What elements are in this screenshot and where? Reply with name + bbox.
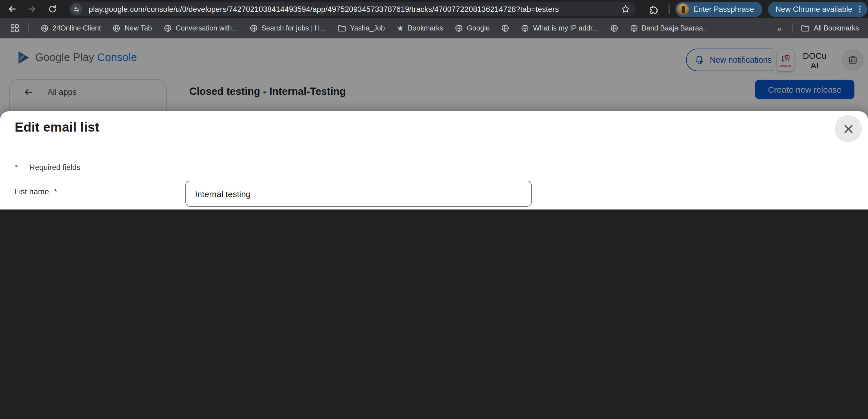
bookmarks-bar: 24Online Client New Tab Conversation wit… [0, 18, 868, 38]
profile-avatar [677, 3, 689, 15]
bookmark-unnamed-1[interactable] [501, 24, 509, 32]
back-button[interactable] [7, 4, 17, 14]
bookmark-google[interactable]: Google [455, 24, 490, 32]
edit-email-list-modal: Edit email list * — Required fields List… [0, 111, 868, 210]
bookmark-label: Conversation with... [176, 24, 238, 32]
bookmark-label: New Tab [125, 24, 152, 32]
bookmark-band-baaja[interactable]: Band Baaja Baaraa... [630, 24, 709, 32]
puzzle-icon [649, 4, 659, 14]
bookmark-bookmarks[interactable]: ★ Bookmarks [397, 24, 443, 32]
required-asterisk: * [54, 187, 57, 196]
browser-toolbar: play.google.com/console/u/0/developers/7… [0, 0, 868, 18]
globe-icon [501, 24, 509, 32]
globe-icon [630, 24, 638, 32]
bookmarks-right-cluster: » All Bookmarks [775, 23, 859, 33]
new-chrome-label: New Chrome available [776, 5, 852, 13]
globe-icon [521, 24, 529, 32]
globe-icon [455, 24, 463, 32]
bookmarks-divider [28, 23, 29, 33]
star-outline-icon [621, 4, 630, 13]
modal-title: Edit email list [15, 120, 99, 135]
apps-grid-icon [10, 24, 19, 33]
enter-passphrase-label: Enter Passphrase [693, 5, 754, 13]
extensions-button[interactable] [649, 4, 659, 14]
list-name-label: List name* [15, 187, 57, 196]
site-info-button[interactable] [71, 3, 83, 15]
back-arrow-icon [7, 4, 17, 13]
screen: play.google.com/console/u/0/developers/7… [0, 0, 868, 210]
forward-button[interactable] [27, 4, 37, 14]
url-text: play.google.com/console/u/0/developers/7… [89, 5, 620, 13]
close-button[interactable] [835, 115, 862, 142]
bookmark-24online-client[interactable]: 24Online Client [41, 24, 101, 32]
page-content: Google Play Console New notifications DO… [0, 38, 868, 210]
bookmark-label: 24Online Client [53, 24, 101, 32]
all-bookmarks-button[interactable]: All Bookmarks [801, 24, 859, 32]
close-icon [843, 123, 854, 134]
bookmark-conversation[interactable]: Conversation with... [164, 24, 238, 32]
reload-icon [48, 4, 57, 13]
bookmark-label: Bookmarks [408, 24, 443, 32]
enter-passphrase-button[interactable]: Enter Passphrase [675, 1, 763, 17]
folder-icon [338, 24, 346, 32]
bookmark-star-button[interactable] [620, 4, 631, 14]
site-settings-icon [73, 5, 80, 13]
bookmark-what-is-my-ip[interactable]: What is my IP addr... [521, 24, 598, 32]
toolbar-divider [669, 4, 670, 14]
new-chrome-available-button[interactable]: New Chrome available [768, 1, 867, 17]
all-bookmarks-label: All Bookmarks [814, 24, 859, 32]
bookmarks-divider [792, 23, 793, 33]
reload-button[interactable] [48, 4, 58, 14]
bookmark-unnamed-2[interactable] [610, 24, 618, 32]
bookmark-folder-yasha-job[interactable]: Yasha_Job [338, 24, 385, 32]
globe-icon [41, 24, 49, 32]
forward-arrow-icon [28, 4, 37, 13]
list-name-input[interactable] [185, 181, 532, 207]
star-icon: ★ [397, 24, 404, 32]
bookmarks-overflow-button[interactable]: » [775, 24, 784, 32]
required-fields-note: * — Required fields [15, 163, 81, 172]
bookmark-new-tab[interactable]: New Tab [113, 24, 152, 32]
address-bar[interactable]: play.google.com/console/u/0/developers/7… [69, 2, 636, 17]
bookmark-label: What is my IP addr... [533, 24, 598, 32]
globe-icon [164, 24, 172, 32]
bookmark-search-for-jobs[interactable]: Search for jobs | H... [249, 24, 326, 32]
bookmark-label: Google [467, 24, 490, 32]
globe-icon [610, 24, 618, 32]
folder-icon [801, 24, 809, 32]
apps-grid-button[interactable] [10, 24, 19, 33]
kebab-menu-icon [857, 4, 862, 14]
bookmark-label: Band Baaja Baaraa... [642, 24, 709, 32]
bookmark-label: Yasha_Job [350, 24, 385, 32]
globe-icon [113, 24, 121, 32]
bookmark-label: Search for jobs | H... [261, 24, 326, 32]
globe-icon [249, 24, 257, 32]
